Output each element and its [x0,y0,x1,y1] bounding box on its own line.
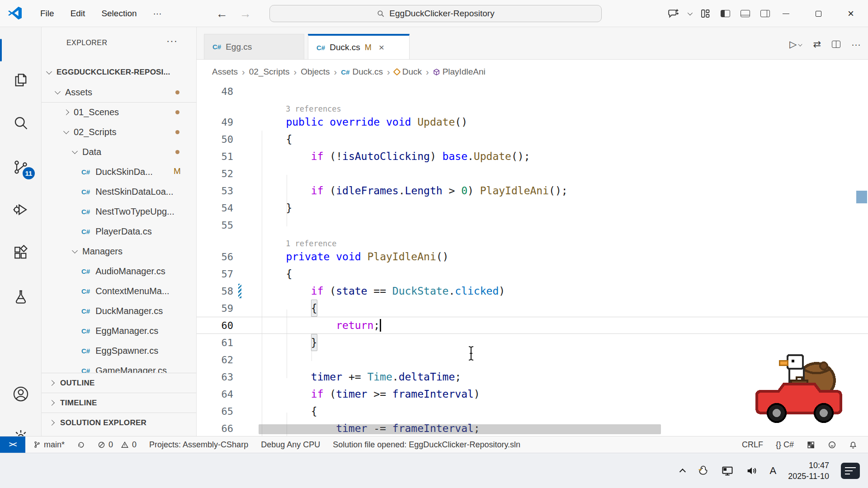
tray-clock[interactable]: 10:47 2025-11-10 [788,460,829,482]
sidebar-section-solution-explorer[interactable]: SOLUTION EXPLORER [42,413,197,432]
status-item-debug-any-cpu[interactable]: Debug Any CPU [261,440,320,450]
breadcrumb-item-assets[interactable]: Assets [212,67,238,77]
tab-more-actions-icon[interactable]: ··· [851,39,861,50]
tab-eggcs[interactable]: C#Egg.cs [204,34,304,59]
tree-folder-EGGDUCKCLICKERREPOSI[interactable]: EGGDUCKCLICKER-REPOSI... [42,62,197,82]
copilot-dropdown-chevron-icon[interactable] [684,4,695,23]
tree-file-NestTwoTypeUpg[interactable]: C#NestTwoTypeUpg... [42,202,197,221]
remote-indicator[interactable]: >< [0,436,25,453]
tree-file-NestSkinDataLoa[interactable]: C#NestSkinDataLoa... [42,182,197,202]
notification-center-icon[interactable] [841,463,860,479]
toggle-secondary-sidebar-icon[interactable] [755,4,775,23]
run-code-button[interactable]: ▷ [789,39,802,50]
tree-folder-Managers[interactable]: Managers [42,241,197,261]
code-line-48[interactable]: 48 [197,84,868,99]
search-value: EggDuckClicker-Repository [389,9,494,19]
tray-duck-icon[interactable] [698,465,709,477]
status-item-crlf[interactable]: CRLF [742,440,763,450]
tree-file-DuckManagercs[interactable]: C#DuckManager.cs [42,301,197,321]
breadcrumb-item-duckcs[interactable]: C#Duck.cs [341,67,383,77]
testing-view-icon[interactable] [0,284,42,310]
tree-file-AudioManagercs[interactable]: C#AudioManager.cs [42,261,197,281]
menu-item-edit[interactable]: Edit [65,6,91,21]
pet-duck-in-car[interactable] [751,343,846,426]
status-item-solution-file-opened-eggduckclicker-repository-sln[interactable]: Solution file opened: EggDuckClicker-Rep… [333,440,520,450]
code-line-53[interactable]: 53 if (idleFrames.Length > 0) PlayIdleAn… [197,182,868,199]
breadcrumb-item-duck[interactable]: Duck [394,67,422,77]
status-label: CRLF [742,440,763,450]
tree-file-EggManagercs[interactable]: C#EggManager.cs [42,321,197,341]
nav-forward-button[interactable]: → [240,7,251,21]
code-text: if (idleFrames.Length > 0) PlayIdleAni()… [261,182,568,199]
sidebar-section-timeline[interactable]: TIMELINE [42,393,197,413]
code-line-58[interactable]: 58 if (state == DuckState.clicked) [197,282,868,300]
tree-item-label: EGGDUCKCLICKER-REPOSI... [57,68,170,77]
codelens-reference-count[interactable]: 3 references [286,99,341,113]
status-item-0[interactable]: 00 [98,440,137,450]
source-control-view-icon[interactable]: 11 [0,155,42,180]
window-maximize-button[interactable] [807,0,829,27]
code-line-52[interactable]: 52 [197,165,868,182]
menu-item-[interactable]: ··· [147,6,168,21]
window-minimize-button[interactable] [775,0,797,27]
window-close-button[interactable]: × [840,0,862,27]
explorer-view-icon[interactable] [0,67,42,93]
tray-time: 10:47 [788,460,829,471]
customize-layout-icon[interactable] [695,4,715,23]
codelens-reference-count[interactable]: 1 reference [286,234,337,248]
copilot-chat-icon[interactable] [664,4,684,23]
menu-item-selection[interactable]: Selection [95,6,142,21]
search-view-icon[interactable] [0,110,42,136]
status-label: 0 [132,440,137,450]
sidebar-section-outline[interactable]: OUTLINE [42,373,197,393]
tab-close-icon[interactable]: × [379,42,384,53]
tray-display-icon[interactable] [721,465,734,477]
tree-file-ContextMenuMa[interactable]: C#ContextMenuMa... [42,281,197,301]
breadcrumb-item-playidleani[interactable]: PlayIdleAni [433,67,486,77]
sidebar-more-actions-icon[interactable]: ··· [166,35,178,47]
horizontal-scrollbar[interactable] [259,424,661,434]
code-line-56[interactable]: 56 private void PlayIdleAni() [197,248,868,265]
accounts-icon[interactable] [0,381,42,407]
menu-item-file[interactable]: File [34,6,60,21]
status-item-main[interactable]: main* [33,440,65,450]
status-item-sync[interactable] [77,441,85,449]
code-line-54[interactable]: 54 } [197,199,868,216]
tray-ime-indicator[interactable]: A [770,465,777,477]
code-line-50[interactable]: 50 { [197,131,868,148]
extensions-view-icon[interactable] [0,240,42,266]
code-line-55[interactable]: 55 [197,216,868,234]
open-changes-icon[interactable]: ⇄ [813,39,821,50]
tree-folder-01Scenes[interactable]: 01_Scenes [42,102,197,122]
status-item-c[interactable]: {} C# [776,440,794,450]
split-editor-icon[interactable] [832,41,840,48]
tab-duckcs[interactable]: C#Duck.csM× [308,34,410,59]
tree-file-EggSpawnercs[interactable]: C#EggSpawner.cs [42,341,197,361]
breadcrumb-item-objects[interactable]: Objects [301,67,330,77]
toggle-panel-icon[interactable] [735,4,755,23]
tree-file-DuckSkinDa[interactable]: C#DuckSkinDa...M [42,162,197,182]
vscode-logo-icon[interactable] [7,5,23,21]
tree-file-PlayerDatacs[interactable]: C#PlayerData.cs [42,221,197,241]
tab-bar: C#Egg.csC#Duck.csM× ▷ ⇄ ··· [197,27,868,60]
tree-folder-Assets[interactable]: Assets [42,82,197,102]
nav-back-button[interactable]: ← [216,7,228,21]
status-item-grid[interactable] [807,441,815,449]
code-line-51[interactable]: 51 if (!isAutoClicking) base.Update(); [197,148,868,165]
code-line-60[interactable]: 60 return; [197,317,868,334]
run-debug-view-icon[interactable] [0,197,42,222]
status-item-feedback[interactable] [828,441,836,449]
status-sync-icon [77,441,85,449]
toggle-primary-sidebar-icon[interactable] [715,4,735,23]
status-item-projects-assembly-csharp[interactable]: Projects: Assembly-CSharp [149,440,248,450]
code-line-59[interactable]: 59 { [197,300,868,317]
command-center-search[interactable]: EggDuckClicker-Repository [269,5,602,22]
status-item-bell[interactable] [849,441,857,449]
tree-folder-Data[interactable]: Data [42,142,197,162]
code-line-49[interactable]: 49 public override void Update() [197,113,868,131]
breadcrumb-item-02scripts[interactable]: 02_Scripts [249,67,290,77]
tray-volume-icon[interactable] [745,465,758,477]
tray-chevron-up-icon[interactable] [681,469,686,473]
tree-folder-02Scripts[interactable]: 02_Scripts [42,122,197,142]
code-line-57[interactable]: 57 { [197,265,868,282]
